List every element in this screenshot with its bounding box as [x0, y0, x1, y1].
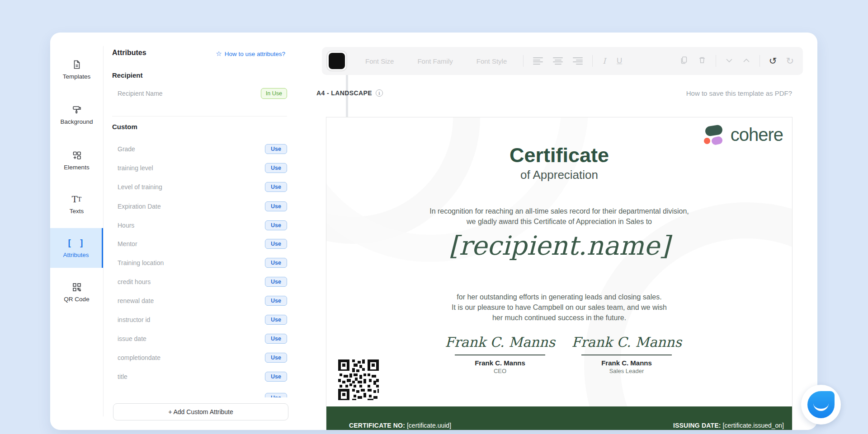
move-down-icon[interactable] — [725, 57, 733, 65]
attribute-row: renewal dateUse — [118, 294, 287, 308]
certificate-subtitle: of Appreciation — [326, 168, 792, 182]
use-button[interactable]: Use — [265, 163, 287, 173]
italic-button[interactable]: I — [603, 56, 606, 65]
use-button[interactable]: Use — [265, 315, 287, 325]
signature-name: Frank C. Manns — [432, 359, 568, 367]
chat-smile-icon — [807, 391, 835, 418]
use-button[interactable]: Use — [265, 239, 287, 249]
sidebar-item-attributes[interactable]: [ ] Attributes — [50, 228, 103, 268]
use-button[interactable]: Use — [265, 258, 287, 268]
sidebar-item-label: Elements — [50, 164, 103, 171]
attribute-row: completiondateUse — [118, 351, 287, 364]
panel-title: Attributes — [112, 49, 146, 57]
attribute-label: Recipient Name — [118, 90, 163, 97]
signature-role: Sales Leader — [559, 368, 694, 374]
font-size-select[interactable]: Font Size — [365, 57, 394, 65]
sidebar-item-elements[interactable]: Elements — [50, 149, 103, 171]
signature-script: Frank C. Manns — [432, 334, 568, 350]
certificate-canvas[interactable]: cohere Certificate of Appreciation In re… — [326, 117, 793, 430]
section-divider — [112, 116, 287, 117]
toolbar-divider — [592, 55, 593, 67]
signature-name: Frank C. Manns — [559, 359, 694, 367]
attributes-panel: Attributes ☆ How to use attributes? Reci… — [104, 33, 293, 430]
attribute-row: GradeUse — [118, 142, 287, 156]
undo-icon[interactable]: ↺ — [769, 56, 777, 66]
signature-block-ceo: Frank C. Manns Frank C. Manns CEO — [432, 334, 568, 374]
attribute-row: training levelUse — [118, 161, 287, 175]
help-link-label: How to use attributes? — [225, 51, 285, 57]
use-button[interactable]: Use — [265, 201, 287, 211]
redo-icon[interactable]: ↻ — [786, 56, 794, 66]
use-button[interactable]: Use — [265, 353, 287, 363]
texts-icon: TT — [50, 193, 103, 205]
templates-icon — [50, 59, 103, 70]
qr-code-image — [338, 359, 379, 400]
add-custom-attribute-button[interactable]: + Add Custom Attribute — [113, 403, 288, 420]
qr-code-icon — [50, 281, 103, 293]
use-button[interactable]: Use — [265, 144, 287, 154]
signature-block-sales-leader: Frank C. Manns Frank C. Manns Sales Lead… — [559, 334, 694, 374]
sidebar-item-label: Background — [50, 118, 103, 125]
sidebar-item-texts[interactable]: TT Texts — [50, 193, 103, 215]
attribute-row: instructor idUse — [118, 313, 287, 327]
custom-section-title: Custom — [112, 123, 137, 131]
chat-launcher[interactable] — [801, 385, 841, 425]
align-center-icon[interactable] — [553, 57, 563, 65]
signature-line — [581, 355, 672, 355]
underline-button[interactable]: U — [617, 56, 622, 65]
how-to-use-attributes-link[interactable]: ☆ How to use attributes? — [216, 50, 285, 58]
attribute-row: Training locationUse — [118, 256, 287, 270]
sidebar-item-background[interactable]: Background — [50, 104, 103, 125]
use-button[interactable]: Use — [265, 393, 287, 397]
attribute-row-clipped: Use — [118, 391, 287, 397]
move-up-icon[interactable] — [742, 57, 750, 65]
attribute-row: credit hoursUse — [118, 275, 287, 289]
info-icon[interactable]: i — [376, 89, 383, 97]
font-style-select[interactable]: Font Style — [476, 57, 507, 65]
save-as-pdf-help-link[interactable]: How to save this template as PDF? — [686, 89, 792, 97]
attribute-row-recipient-name: Recipient Name In Use — [118, 87, 287, 100]
use-button[interactable]: Use — [265, 277, 287, 287]
toolbar-divider — [716, 55, 716, 67]
app-window: Templates Background Elements TT Texts — [0, 0, 868, 434]
align-right-icon[interactable] — [573, 57, 583, 65]
cohere-logo-text: cohere — [731, 125, 783, 145]
custom-attributes-list: GradeUse training levelUse Level of trai… — [104, 135, 293, 397]
use-button[interactable]: Use — [265, 296, 287, 306]
sidebar-item-templates[interactable]: Templates — [50, 59, 103, 80]
use-button[interactable]: Use — [265, 372, 287, 382]
star-icon: ☆ — [216, 50, 222, 58]
duplicate-icon[interactable] — [679, 56, 689, 66]
page-format-label: A4 - LANDSCAPE i — [316, 89, 383, 97]
sidebar-item-label: Attributes — [50, 252, 102, 258]
delete-icon[interactable] — [698, 56, 707, 66]
sidebar-item-label: Templates — [50, 73, 103, 80]
signature-role: CEO — [432, 368, 568, 374]
attribute-row: MentorUse — [118, 237, 287, 251]
sidebar-item-qr-code[interactable]: QR Code — [50, 281, 103, 303]
use-button[interactable]: Use — [265, 220, 287, 230]
attribute-row: titleUse — [118, 370, 287, 383]
attribute-row: Expiration DateUse — [118, 200, 287, 213]
attribute-row: issue dateUse — [118, 332, 287, 345]
align-left-icon[interactable] — [533, 57, 543, 65]
certificate-number: CERTIFICATE NO: [certificate.uuid] — [349, 422, 451, 429]
toolbar-divider — [760, 55, 760, 67]
text-color-swatch[interactable] — [329, 53, 345, 69]
recipient-name-placeholder[interactable]: [recipient.name] — [326, 230, 792, 261]
attributes-brackets-icon: [ ] — [50, 237, 102, 249]
certificate-body-text: for her outstanding efforts in generatin… — [326, 292, 792, 323]
cohere-logo-mark — [703, 124, 726, 145]
use-button[interactable]: Use — [265, 334, 287, 344]
sidebar-item-label: QR Code — [50, 296, 103, 303]
certificate-title: Certificate — [326, 144, 792, 167]
font-family-select[interactable]: Font Family — [417, 57, 453, 65]
use-button[interactable]: Use — [265, 182, 287, 192]
sidebar-item-label: Texts — [50, 208, 103, 215]
certificate-footer-bar: CERTIFICATE NO: [certificate.uuid] ISSUI… — [326, 406, 792, 430]
issuing-date: ISSUING DATE: [certificate.issued_on] — [673, 422, 784, 429]
color-swatch-wrap — [326, 51, 347, 71]
text-toolbar: Font Size Font Family Font Style I U — [322, 47, 803, 75]
attribute-row: HoursUse — [118, 219, 287, 232]
sidebar: Templates Background Elements TT Texts — [50, 33, 103, 430]
